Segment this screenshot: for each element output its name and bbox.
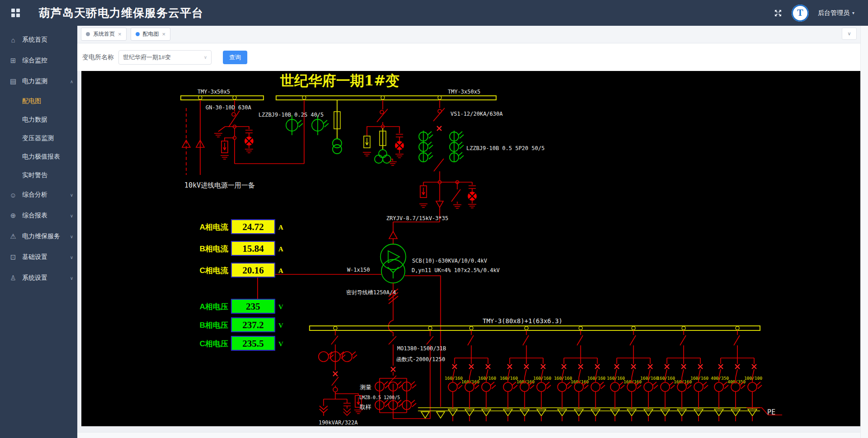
sidebar: ⌂ 系统首页 ⊞ 综合监控 ▤ 电力监测 ∧ 配电图 电力数据 变压器监测 电力…: [0, 26, 77, 438]
busbar-right-label: TMY-3x50x5: [448, 89, 481, 95]
feeder-rating-label: 160/160: [657, 376, 675, 381]
incoming-note-label: 10kV进线电源一用一备: [184, 181, 255, 189]
vertical-scrollbar[interactable]: [860, 26, 868, 438]
close-icon[interactable]: ×: [162, 31, 166, 37]
transformer-vector-label: D,yn11 UK=4% 10?x2.5%/0.4kV: [412, 267, 500, 273]
sidebar-item-label: 系统首页: [22, 36, 47, 44]
feeder-rating-label: 160/160: [462, 379, 480, 384]
current-b-value: 15.84: [242, 243, 264, 254]
gn-switch-label: GN-30-10D: [206, 104, 235, 111]
diagram-title: 世纪华府一期1#变: [279, 72, 399, 89]
distribution-diagram: 160/160160/160160/160160/160160/160160/1…: [81, 71, 860, 426]
sidebar-item-basic-settings[interactable]: ⊡ 基础设置 ∨: [0, 247, 77, 268]
sidebar-item-power-monitoring[interactable]: ▤ 电力监测 ∧: [0, 71, 77, 92]
home-icon: ⌂: [8, 36, 18, 44]
current-c-label: C相电流: [200, 266, 229, 275]
transformer-spec-label: SCB(10)-630KVA/10/0.4kV: [412, 258, 487, 264]
user-icon: ♙: [8, 274, 18, 282]
feeder-rating-label: 160/160: [478, 376, 496, 381]
rating-630a-label: 630A: [238, 104, 251, 111]
current-b-label: B相电流: [200, 245, 229, 253]
tab-distribution-diagram[interactable]: 配电图 ×: [131, 28, 171, 41]
tab-bar: 系统首页 × 配电图 × ∨: [77, 26, 868, 43]
ct-metering-label: LZZBJ9-10B 0.2S 40/5: [259, 112, 324, 118]
voltage-b-label: B相电压: [200, 321, 228, 330]
current-c-value: 20.16: [242, 265, 264, 276]
w-cable-label: W-1x150: [347, 267, 370, 273]
fullscreen-icon[interactable]: [774, 9, 783, 18]
chevron-down-icon: ∨: [70, 255, 73, 260]
warning-icon: ⚠: [8, 232, 18, 240]
substation-select[interactable]: 世纪华府一期1#变 ∨: [118, 50, 212, 65]
voltage-b-value: 237.2: [242, 320, 264, 330]
current-c-unit: A: [278, 267, 283, 274]
sample-ct-label: LMZB-0.5 1200/5: [359, 395, 400, 400]
feeder-rating-label: 160/160: [690, 376, 708, 381]
voltage-c-unit: V: [278, 340, 283, 348]
sidebar-item-reports[interactable]: ⊕ 综合报表 ∨: [0, 205, 77, 226]
acb-model-label: MO1380-1500/31B: [397, 345, 446, 352]
monitor-icon: ⊞: [8, 57, 18, 65]
chevron-down-icon: ∨: [70, 213, 73, 218]
current-b-unit: A: [278, 245, 283, 253]
chevron-up-icon: ∧: [70, 79, 73, 84]
acb-type-label: 函数式-2000/1250: [396, 356, 445, 363]
voltage-c-value: 235.5: [242, 338, 264, 349]
query-bar: 变电所名称 世纪华府一期1#变 ∨ 查询: [77, 43, 868, 71]
feeder-rating-label: 160/160: [533, 376, 551, 381]
username: 后台管理员: [818, 9, 849, 17]
sidebar-item-label: 综合监控: [22, 57, 47, 65]
feeder-rating-label: 400/350: [727, 379, 745, 384]
sidebar-item-home[interactable]: ⌂ 系统首页: [0, 29, 77, 50]
current-a-value: 24.72: [242, 221, 264, 232]
feeder-rating-label: 160/160: [516, 379, 534, 384]
lv-busbar-label: TMY-3(80x8)+1(63x6.3): [482, 317, 562, 325]
sidebar-item-distribution-diagram[interactable]: 配电图: [0, 92, 77, 110]
sidebar-item-extreme-report[interactable]: 电力极值报表: [0, 147, 77, 166]
substation-select-value: 世纪华府一期1#变: [123, 53, 170, 61]
voltage-b-unit: V: [278, 322, 283, 329]
capacitor-bank-label: 190kVAR/322A: [319, 419, 358, 426]
tab-label: 系统首页: [93, 30, 115, 38]
substation-name-label: 变电所名称: [82, 53, 114, 61]
caret-down-icon: ▾: [852, 10, 854, 15]
sidebar-item-system-settings[interactable]: ♙ 系统设置 ∨: [0, 268, 77, 288]
sidebar-item-realtime-alert[interactable]: 实时警告: [0, 166, 77, 184]
sidebar-item-monitoring[interactable]: ⊞ 综合监控: [0, 50, 77, 71]
voltage-a-unit: V: [278, 303, 283, 311]
sidebar-item-label: 电力监测: [22, 77, 47, 85]
feeder-rating-label: 160/160: [623, 379, 642, 384]
sample-label: 取样: [359, 404, 372, 410]
horizontal-scrollbar[interactable]: [77, 432, 861, 438]
current-a-label: A相电流: [200, 223, 229, 231]
avatar[interactable]: T: [792, 5, 809, 22]
tab-label: 配电图: [143, 30, 159, 38]
duct-label: 密封导线槽1250A/4: [346, 289, 396, 296]
voltage-a-label: A相电压: [200, 302, 228, 311]
document-icon: ▤: [8, 77, 18, 85]
query-button[interactable]: 查询: [223, 51, 247, 64]
feeder-rating-label: 160/160: [445, 376, 463, 381]
feeder-rating-label: 400/350: [711, 376, 729, 381]
main-area: 系统首页 × 配电图 × ∨ 变电所名称 世纪华府一期1#变 ∨ 查询 160/…: [77, 26, 868, 438]
sidebar-item-power-data[interactable]: 电力数据: [0, 110, 77, 129]
app-header: 葫芦岛天骄电力维保服务云平台 T 后台管理员 ▾: [0, 0, 868, 26]
sidebar-item-analysis[interactable]: ☺ 综合分析 ∨: [0, 184, 77, 205]
close-icon[interactable]: ×: [118, 31, 122, 37]
phase-current-readings: A相电流 24.72 A B相电流 15.84 A C相电流 20.16 A: [200, 220, 283, 277]
current-a-unit: A: [278, 224, 283, 231]
voltage-c-label: C相电压: [200, 339, 228, 348]
chevron-down-icon: ∨: [70, 234, 73, 239]
feeder-rating-label: 160/160: [607, 376, 625, 381]
sidebar-item-transformer-monitoring[interactable]: 变压器监测: [0, 129, 77, 147]
tab-overflow-button[interactable]: ∨: [842, 28, 857, 40]
user-menu[interactable]: 后台管理员 ▾: [818, 9, 854, 17]
feeder-rating-label: 160/160: [640, 376, 658, 381]
move-icon: ⊕: [8, 212, 18, 220]
sidebar-item-maintenance-service[interactable]: ⚠ 电力维保服务 ∨: [0, 226, 77, 247]
pe-label: PE: [767, 408, 775, 416]
tab-home[interactable]: 系统首页 ×: [81, 28, 127, 41]
feeder-rating-label: 160/160: [571, 379, 589, 384]
app-title: 葫芦岛天骄电力维保服务云平台: [39, 5, 203, 20]
menu-grid-icon[interactable]: [11, 9, 20, 17]
